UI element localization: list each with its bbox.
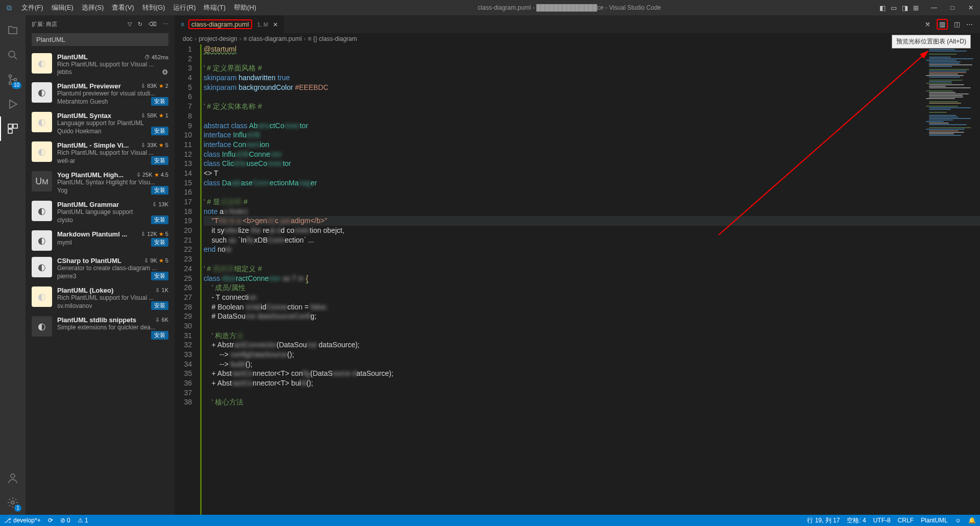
extension-item[interactable]: ◐ PlantUML stdlib snippets⇩ 6K Simple ex… bbox=[26, 313, 175, 343]
status-spaces[interactable]: 空格: 4 bbox=[847, 516, 866, 525]
diff-gutter bbox=[200, 44, 202, 515]
menu-item[interactable]: 帮助(H) bbox=[231, 3, 259, 12]
install-button[interactable]: 安装 bbox=[151, 186, 168, 195]
split-icon[interactable]: ◫ bbox=[954, 20, 960, 28]
breadcrumb-item[interactable]: ≡ {} class-diagram bbox=[308, 35, 357, 42]
settings-badge: 1 bbox=[14, 505, 21, 512]
maximize-button[interactable]: □ bbox=[943, 4, 962, 11]
more-icon[interactable]: ⋯ bbox=[163, 21, 168, 28]
explorer-icon[interactable] bbox=[0, 18, 26, 43]
status-branch[interactable]: ⎇ develop*+ bbox=[4, 517, 41, 524]
svg-point-0 bbox=[9, 51, 15, 57]
layout-icon[interactable]: ▭ bbox=[891, 4, 897, 12]
breadcrumb-item[interactable]: doc bbox=[183, 35, 192, 42]
tab-name: class-diagram.puml bbox=[191, 20, 249, 28]
menu-item[interactable]: 选择(S) bbox=[79, 3, 107, 12]
status-warnings[interactable]: ⚠ 1 bbox=[78, 517, 88, 524]
search-input[interactable] bbox=[32, 33, 168, 46]
svg-rect-4 bbox=[8, 124, 12, 128]
layout-controls[interactable]: ◧ ▭ ◨ ⊞ bbox=[879, 4, 919, 12]
extension-item[interactable]: ◐ PlantUML Grammar⇩ 13K PlantUML languag… bbox=[26, 198, 175, 227]
menu-item[interactable]: 终端(T) bbox=[201, 3, 229, 12]
extension-desc: Simple extensions for quickier dea... bbox=[57, 324, 168, 331]
status-bell[interactable]: 🔔 bbox=[968, 517, 976, 524]
filter-icon[interactable]: ▽ bbox=[128, 21, 132, 28]
manage-gear-icon[interactable]: ⚙ bbox=[162, 68, 168, 76]
menu-item[interactable]: 运行(R) bbox=[170, 3, 199, 12]
install-button[interactable]: 安装 bbox=[151, 97, 168, 106]
status-eol[interactable]: CRLF bbox=[898, 517, 914, 524]
menu-bar: 文件(F)编辑(E)选择(S)查看(V)转到(G)运行(R)终端(T)帮助(H) bbox=[18, 3, 259, 12]
breadcrumb-item[interactable]: ≡ class-diagram.puml bbox=[243, 35, 302, 42]
run-icon[interactable] bbox=[0, 92, 26, 116]
extension-stats: ⇩ 1K bbox=[155, 287, 168, 294]
extension-item[interactable]: ◐ PlantUML⏱ 452ms Rich PlantUML support … bbox=[26, 50, 175, 79]
extensions-icon[interactable] bbox=[0, 116, 26, 141]
layout-icon[interactable]: ◧ bbox=[879, 4, 886, 12]
status-language[interactable]: PlantUML bbox=[921, 517, 948, 524]
menu-item[interactable]: 转到(G) bbox=[139, 3, 168, 12]
extension-stats: ⇩ 83K ★ 2 bbox=[141, 83, 168, 89]
extension-stats: ⇩ 6K bbox=[155, 317, 168, 323]
preview-diagram-icon[interactable]: ▥ bbox=[937, 19, 948, 30]
extension-search[interactable] bbox=[32, 33, 168, 46]
extension-item[interactable]: ◐ PlantUML (Lokeo)⇩ 1K Rich PlantUML sup… bbox=[26, 283, 175, 313]
extension-item[interactable]: ◐ PlantUML Syntax⇩ 58K ★ 1 Language supp… bbox=[26, 109, 175, 138]
account-icon[interactable] bbox=[0, 466, 26, 490]
scm-icon[interactable]: 10 bbox=[0, 67, 26, 92]
install-button[interactable]: 安装 bbox=[151, 238, 168, 247]
install-button[interactable]: 安装 bbox=[151, 272, 168, 280]
search-icon[interactable] bbox=[0, 43, 26, 67]
extension-icon: ◐ bbox=[32, 201, 52, 221]
svg-point-7 bbox=[11, 474, 15, 478]
extension-name: CSharp to PlantUML bbox=[57, 257, 141, 265]
layout-icon[interactable]: ⊞ bbox=[913, 4, 919, 12]
status-errors[interactable]: ⊘ 0 bbox=[60, 517, 70, 524]
code-body[interactable]: @startuml ' # 定义界面风格 #skinparam handwrit… bbox=[204, 44, 980, 515]
editor-tab[interactable]: ≡ class-diagram.puml 1, M × bbox=[175, 15, 284, 33]
breadcrumb[interactable]: doc›project-design›≡ class-diagram.puml›… bbox=[175, 33, 980, 44]
extension-stats: ⇩ 12K ★ 5 bbox=[141, 231, 168, 237]
install-button[interactable]: 安装 bbox=[151, 127, 168, 135]
extension-item[interactable]: ◐ PlantUML - Simple Vi...⇩ 33K ★ 5 Rich … bbox=[26, 138, 175, 168]
status-cursor[interactable]: 行 19, 列 17 bbox=[807, 516, 840, 525]
code-editor[interactable]: 1234567891011121314151617181920212223242… bbox=[175, 44, 980, 515]
status-sync[interactable]: ⟳ bbox=[48, 517, 53, 524]
extension-publisher: pierre3 bbox=[57, 273, 151, 280]
tab-close-icon[interactable]: × bbox=[273, 20, 278, 29]
status-encoding[interactable]: UTF-8 bbox=[873, 517, 891, 524]
install-button[interactable]: 安装 bbox=[151, 301, 168, 310]
compare-icon[interactable]: ⤧ bbox=[925, 20, 930, 28]
extension-publisher: clysto bbox=[57, 217, 151, 224]
extension-publisher: sv.milovanov bbox=[57, 302, 151, 309]
layout-icon[interactable]: ◨ bbox=[902, 4, 908, 12]
extension-item[interactable]: ◐ Markdown Plantuml ...⇩ 12K ★ 5 myml安装 bbox=[26, 227, 175, 254]
breadcrumb-item[interactable]: project-design bbox=[199, 35, 237, 42]
extension-name: PlantUML bbox=[57, 53, 141, 61]
more-actions-icon[interactable]: ⋯ bbox=[966, 20, 973, 28]
menu-item[interactable]: 编辑(E) bbox=[48, 3, 77, 12]
close-button[interactable]: ✕ bbox=[962, 4, 980, 11]
menu-item[interactable]: 查看(V) bbox=[109, 3, 137, 12]
settings-icon[interactable]: 1 bbox=[0, 490, 26, 515]
refresh-icon[interactable]: ↻ bbox=[138, 21, 142, 28]
svg-point-1 bbox=[9, 75, 12, 78]
svg-rect-5 bbox=[13, 124, 17, 128]
extension-desc: Rich PlantUML support for Visual ... bbox=[57, 294, 168, 301]
clear-icon[interactable]: ⌫ bbox=[149, 21, 157, 28]
sidebar: 扩展: 商店 ▽ ↻ ⌫ ⋯ ◐ PlantUML⏱ 452ms Rich Pl… bbox=[26, 15, 175, 515]
status-feedback[interactable]: ☺ bbox=[955, 517, 961, 524]
extension-item[interactable]: UM Yog PlantUML High...⇩ 25K ★ 4.5 Plant… bbox=[26, 168, 175, 198]
minimize-button[interactable]: ― bbox=[925, 4, 943, 11]
minimap[interactable] bbox=[924, 44, 980, 147]
extension-item[interactable]: ◐ CSharp to PlantUML⇩ 9K ★ 5 Generator t… bbox=[26, 254, 175, 283]
activity-bar: 10 1 bbox=[0, 15, 26, 515]
menu-item[interactable]: 文件(F) bbox=[18, 3, 46, 12]
extension-item[interactable]: ◐ PlantUML Previewer⇩ 83K ★ 2 Plantuml p… bbox=[26, 79, 175, 109]
install-button[interactable]: 安装 bbox=[151, 216, 168, 224]
extension-icon: ◐ bbox=[32, 316, 52, 337]
extension-stats: ⇩ 9K ★ 5 bbox=[144, 257, 168, 264]
extension-name: PlantUML (Lokeo) bbox=[57, 286, 152, 294]
install-button[interactable]: 安装 bbox=[151, 331, 168, 340]
install-button[interactable]: 安装 bbox=[151, 156, 168, 165]
